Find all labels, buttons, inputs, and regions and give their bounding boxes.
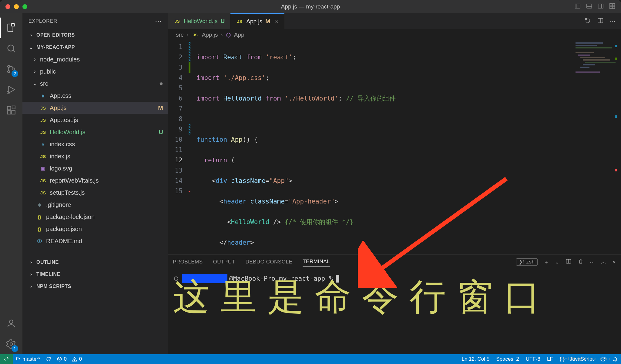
minimap[interactable] [576, 42, 621, 78]
terminal-dropdown-icon[interactable]: ⌄ [555, 259, 559, 265]
compare-changes-icon[interactable] [584, 17, 591, 25]
chevron-down-icon: ⌄ [32, 81, 38, 87]
toggle-secondary-sidebar-icon[interactable] [597, 3, 604, 11]
tab-app-js[interactable]: JS App.js M × [230, 13, 284, 29]
file-package-lock[interactable]: {}package-lock.json [22, 211, 168, 223]
folder-src[interactable]: ⌄src● [22, 78, 168, 90]
file-index-js[interactable]: JSindex.js [22, 150, 168, 162]
git-branch-status[interactable]: master* [15, 356, 40, 362]
settings-activity-icon[interactable]: 1 [0, 334, 22, 354]
svg-rect-32 [580, 57, 605, 58]
chevron-right-icon: › [29, 272, 34, 277]
sync-status[interactable] [46, 356, 51, 362]
file-reportwebvitals[interactable]: JSreportWebVitals.js [22, 174, 168, 187]
svg-rect-33 [583, 59, 610, 61]
file-package-json[interactable]: {}package.json [22, 223, 168, 235]
breadcrumb-symbol[interactable]: App [234, 31, 244, 38]
open-editors-section[interactable]: ›OPEN EDITORS [22, 29, 168, 41]
breadcrumb-file[interactable]: App.js [202, 31, 218, 38]
remote-indicator[interactable] [0, 354, 13, 364]
file-tree[interactable]: ›OPEN EDITORS ⌄MY-REACT-APP ›node_module… [22, 29, 168, 354]
close-window-button[interactable] [5, 4, 10, 9]
customize-layout-icon[interactable] [609, 3, 616, 11]
toggle-primary-sidebar-icon[interactable] [574, 3, 581, 11]
kill-terminal-icon[interactable] [578, 258, 584, 266]
cursor-position-status[interactable]: Ln 12, Col 5 [462, 356, 489, 362]
code-content[interactable]: import React from 'react'; import './App… [191, 41, 621, 254]
run-debug-activity-icon[interactable] [0, 79, 22, 100]
chevron-right-icon: › [29, 32, 34, 38]
panel-tab-terminal[interactable]: TERMINAL [303, 257, 330, 267]
close-tab-icon[interactable]: × [275, 18, 279, 25]
panel-tab-output[interactable]: OUTPUT [213, 257, 235, 267]
svg-rect-27 [576, 42, 603, 44]
maximize-window-button[interactable] [22, 4, 27, 9]
minimize-window-button[interactable] [14, 4, 19, 9]
file-helloworld[interactable]: JSHelloWorld.jsU [22, 126, 168, 138]
chevron-right-icon: › [29, 284, 34, 289]
split-terminal-icon[interactable] [566, 258, 572, 266]
timeline-section[interactable]: ›TIMELINE [22, 268, 168, 280]
new-terminal-icon[interactable]: ＋ [544, 259, 549, 266]
code-editor[interactable]: 123456789101112131415 import React from … [168, 41, 621, 254]
sidebar-more-icon[interactable]: ⋯ [155, 17, 162, 25]
terminal-status-icon [174, 276, 178, 281]
file-gitignore[interactable]: ◈.gitignore [22, 199, 168, 211]
tab-more-icon[interactable]: ⋯ [610, 18, 616, 25]
panel-tab-problems[interactable]: PROBLEMS [173, 257, 203, 267]
maximize-panel-icon[interactable]: ︿ [601, 259, 606, 266]
encoding-status[interactable]: UTF-8 [526, 356, 540, 362]
overview-ruler [615, 41, 617, 254]
terminal-shell-selector[interactable]: ❯⁝zsh [516, 258, 538, 266]
js-file-icon: JS [39, 130, 47, 135]
sidebar-header: EXPLORER ⋯ [22, 13, 168, 29]
file-app-css[interactable]: #App.css [22, 90, 168, 102]
scm-badge: 2 [12, 70, 18, 77]
notifications-icon[interactable] [613, 356, 618, 362]
file-logo-svg[interactable]: ▣logo.svg [22, 162, 168, 174]
svg-rect-36 [580, 67, 589, 68]
symbol-icon: ⬡ [226, 31, 231, 38]
svg-rect-34 [585, 62, 616, 63]
source-control-activity-icon[interactable]: 2 [0, 59, 22, 79]
git-file-icon: ◈ [36, 202, 43, 207]
js-file-icon: JS [39, 117, 47, 123]
panel-tab-debug-console[interactable]: DEBUG CONSOLE [245, 257, 292, 267]
explorer-activity-icon[interactable] [0, 18, 22, 38]
project-section[interactable]: ⌄MY-REACT-APP [22, 41, 168, 53]
svg-rect-31 [578, 55, 590, 56]
file-app-test[interactable]: JSApp.test.js [22, 114, 168, 126]
breadcrumb-folder[interactable]: src [176, 31, 183, 38]
file-readme[interactable]: ⓘREADME.md [22, 235, 168, 247]
svg-rect-18 [7, 111, 11, 114]
folder-public[interactable]: ›public [22, 65, 168, 78]
svg-point-14 [13, 68, 15, 70]
search-activity-icon[interactable] [0, 38, 22, 59]
breadcrumbs[interactable]: src › JS App.js › ⬡ App [168, 29, 621, 41]
terminal[interactable]: @MacBook-Pro my-react-app % [168, 269, 621, 354]
svg-rect-37 [576, 71, 600, 73]
titlebar: App.js — my-react-app [0, 0, 621, 13]
outline-section[interactable]: ›OUTLINE [22, 256, 168, 268]
problems-status[interactable]: 0 0 [57, 356, 82, 362]
file-app-js[interactable]: JSApp.jsM [22, 102, 168, 114]
indentation-status[interactable]: Spaces: 2 [496, 356, 519, 362]
panel-more-icon[interactable]: ⋯ [590, 259, 595, 265]
accounts-activity-icon[interactable] [0, 313, 22, 334]
svg-rect-35 [583, 64, 595, 65]
eol-status[interactable]: LF [547, 356, 553, 362]
file-index-css[interactable]: #index.css [22, 138, 168, 150]
tab-helloworld[interactable]: JS HelloWorld.js U [168, 13, 230, 29]
editor-area: JS HelloWorld.js U JS App.js M × ⋯ src ›… [168, 13, 621, 354]
close-panel-icon[interactable]: × [613, 259, 616, 265]
extensions-activity-icon[interactable] [0, 100, 22, 121]
toggle-panel-icon[interactable] [586, 3, 592, 11]
untracked-hint: U [221, 18, 225, 25]
line-numbers: 123456789101112131415 [168, 41, 188, 254]
info-file-icon: ⓘ [36, 238, 43, 244]
folder-node-modules[interactable]: ›node_modules [22, 53, 168, 65]
split-editor-icon[interactable] [597, 17, 604, 25]
svg-rect-9 [613, 6, 615, 8]
npm-scripts-section[interactable]: ›NPM SCRIPTS [22, 280, 168, 293]
file-setuptests[interactable]: JSsetupTests.js [22, 187, 168, 199]
